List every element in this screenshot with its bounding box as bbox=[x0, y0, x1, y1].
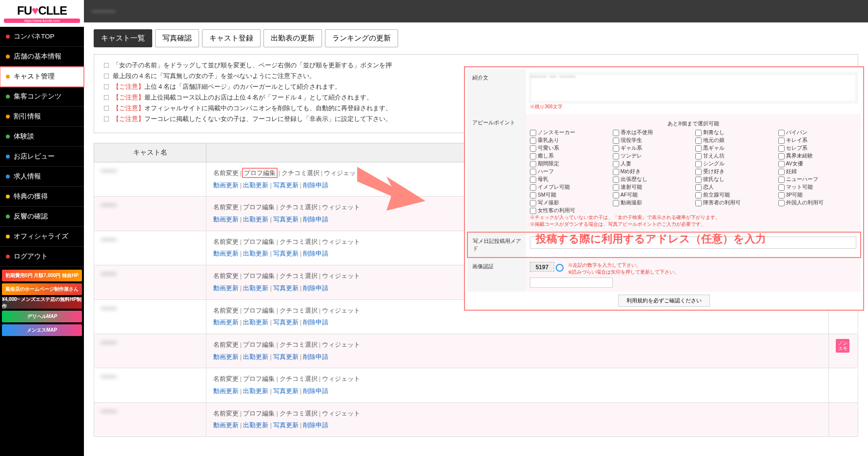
action-写真更新[interactable]: 写真更新 bbox=[273, 250, 299, 257]
sidebar-banner-0[interactable]: 初期費用0円 月額7,000円 独自HP bbox=[2, 270, 82, 281]
appeal-option[interactable]: マット可能 bbox=[778, 184, 857, 191]
sidebar-item-10[interactable]: オフィシャライズ bbox=[0, 227, 84, 246]
appeal-checkbox[interactable] bbox=[530, 138, 536, 144]
cast-name-blurred[interactable]: ━━━━ bbox=[101, 408, 117, 415]
appeal-option[interactable]: SM可能 bbox=[530, 192, 609, 198]
appeal-checkbox[interactable] bbox=[613, 200, 619, 206]
appeal-option[interactable]: ハーフ bbox=[530, 168, 609, 175]
appeal-checkbox[interactable] bbox=[613, 138, 619, 144]
appeal-checkbox[interactable] bbox=[695, 138, 702, 144]
tab-0[interactable]: キャスト一覧 bbox=[94, 29, 152, 47]
sidebar-item-9[interactable]: 反響の確認 bbox=[0, 207, 84, 226]
email-input[interactable] bbox=[530, 237, 856, 249]
appeal-option[interactable]: 写メ撮影 bbox=[530, 199, 609, 206]
appeal-checkbox[interactable] bbox=[695, 200, 702, 206]
tab-4[interactable]: ランキングの更新 bbox=[325, 29, 398, 47]
appeal-checkbox[interactable] bbox=[530, 169, 536, 175]
appeal-option[interactable]: 人妻 bbox=[613, 160, 692, 167]
appeal-option[interactable]: 出張歴なし bbox=[613, 176, 692, 183]
appeal-option[interactable]: ギャル系 bbox=[613, 145, 692, 152]
action-出勤更新[interactable]: 出勤更新 bbox=[243, 181, 268, 189]
appeal-option[interactable]: 垂乳あり bbox=[530, 137, 609, 144]
action-出勤更新[interactable]: 出勤更新 bbox=[243, 421, 268, 429]
appeal-option[interactable]: 異界未経験 bbox=[778, 153, 857, 159]
action-写真更新[interactable]: 写真更新 bbox=[273, 181, 299, 189]
appeal-checkbox[interactable] bbox=[613, 153, 619, 159]
action-名前変更[interactable]: 名前変更 bbox=[213, 169, 239, 177]
action-出勤更新[interactable]: 出勤更新 bbox=[243, 250, 268, 257]
sidebar-item-4[interactable]: 割引情報 bbox=[0, 107, 84, 126]
appeal-checkbox[interactable] bbox=[778, 192, 785, 198]
sidebar-item-11[interactable]: ログアウト bbox=[0, 247, 84, 266]
cast-name-blurred[interactable]: ━━━━ bbox=[101, 373, 117, 380]
action-プロフ編集[interactable]: プロフ編集 bbox=[243, 272, 275, 279]
appeal-option[interactable]: 期間限定 bbox=[530, 160, 609, 167]
sidebar-banner-3[interactable]: デリヘルMAP bbox=[2, 311, 82, 322]
action-動画更新[interactable]: 動画更新 bbox=[213, 250, 239, 257]
tab-3[interactable]: 出勤表の更新 bbox=[263, 29, 322, 47]
sidebar-item-3[interactable]: 集客コンテンツ bbox=[0, 87, 84, 106]
appeal-checkbox[interactable] bbox=[695, 184, 702, 191]
appeal-option[interactable]: イメプレ可能 bbox=[530, 184, 609, 191]
cast-name-blurred[interactable]: ━━━━ bbox=[101, 201, 117, 209]
appeal-option[interactable]: 恋人 bbox=[695, 184, 774, 191]
appeal-option[interactable]: AF可能 bbox=[613, 192, 692, 198]
cast-name-blurred[interactable]: ━━━━ bbox=[101, 167, 117, 175]
action-削除申請[interactable]: 削除申請 bbox=[303, 284, 328, 292]
appeal-checkbox[interactable] bbox=[613, 192, 619, 198]
action-プロフ編集[interactable]: プロフ編集 bbox=[243, 341, 275, 348]
sidebar-banner-4[interactable]: メンエスMAP bbox=[2, 324, 82, 336]
appeal-checkbox[interactable] bbox=[695, 130, 702, 136]
appeal-option[interactable]: 癒し系 bbox=[530, 153, 609, 159]
appeal-checkbox[interactable] bbox=[530, 192, 536, 198]
appeal-checkbox[interactable] bbox=[695, 145, 702, 152]
action-削除申請[interactable]: 削除申請 bbox=[303, 181, 328, 189]
appeal-checkbox[interactable] bbox=[778, 161, 785, 167]
action-削除申請[interactable]: 削除申請 bbox=[303, 318, 328, 326]
appeal-checkbox[interactable] bbox=[613, 184, 619, 191]
action-動画更新[interactable]: 動画更新 bbox=[213, 181, 239, 189]
appeal-checkbox[interactable] bbox=[613, 169, 619, 175]
intro-textarea[interactable]: ━━━━━ ━━ ━━━━━ bbox=[530, 73, 857, 102]
appeal-option[interactable]: 前立腺可能 bbox=[695, 192, 774, 198]
appeal-checkbox[interactable] bbox=[613, 145, 619, 152]
action-名前変更[interactable]: 名前変更 bbox=[213, 341, 239, 348]
action-写真更新[interactable]: 写真更新 bbox=[273, 216, 299, 223]
sidebar-item-7[interactable]: 求人情報 bbox=[0, 167, 84, 186]
sidebar-banner-2[interactable]: ¥4,000~ メンズエステ店の無料HP制作 bbox=[2, 297, 82, 309]
action-ウィジェット[interactable]: ウィジェット bbox=[322, 307, 360, 314]
captcha-input[interactable] bbox=[530, 278, 613, 288]
appeal-option[interactable]: 3P可能 bbox=[778, 192, 857, 198]
appeal-checkbox[interactable] bbox=[778, 153, 785, 159]
sidebar-item-5[interactable]: 体験談 bbox=[0, 127, 84, 146]
appeal-checkbox[interactable] bbox=[778, 184, 785, 191]
appeal-option[interactable]: 香水は不使用 bbox=[613, 129, 692, 136]
appeal-checkbox[interactable] bbox=[530, 184, 536, 191]
appeal-option[interactable]: Mめ好き bbox=[613, 168, 692, 175]
action-動画更新[interactable]: 動画更新 bbox=[213, 216, 239, 223]
appeal-option[interactable]: AV女優 bbox=[778, 160, 857, 167]
appeal-checkbox[interactable] bbox=[613, 161, 619, 167]
appeal-checkbox[interactable] bbox=[530, 161, 536, 167]
appeal-checkbox[interactable] bbox=[695, 169, 702, 175]
appeal-option[interactable]: 女性客の利用可 bbox=[530, 207, 609, 214]
appeal-checkbox[interactable] bbox=[778, 200, 785, 206]
action-削除申請[interactable]: 削除申請 bbox=[303, 250, 328, 257]
appeal-checkbox[interactable] bbox=[778, 169, 785, 175]
appeal-checkbox[interactable] bbox=[695, 192, 702, 198]
action-削除申請[interactable]: 削除申請 bbox=[303, 387, 328, 395]
appeal-option[interactable]: パイパン bbox=[778, 129, 857, 136]
appeal-option[interactable]: 妊婦 bbox=[778, 168, 857, 175]
appeal-checkbox[interactable] bbox=[530, 130, 536, 136]
action-名前変更[interactable]: 名前変更 bbox=[213, 307, 239, 314]
action-プロフ編集[interactable]: プロフ編集 bbox=[243, 169, 277, 177]
appeal-checkbox[interactable] bbox=[613, 177, 619, 183]
action-クチコミ選択[interactable]: クチコミ選択 bbox=[282, 169, 320, 177]
appeal-checkbox[interactable] bbox=[530, 153, 536, 159]
action-プロフ編集[interactable]: プロフ編集 bbox=[243, 203, 275, 211]
appeal-option[interactable]: 連射可能 bbox=[613, 184, 692, 191]
action-クチコミ選択[interactable]: クチコミ選択 bbox=[280, 272, 318, 279]
sidebar-item-6[interactable]: お店レビュー bbox=[0, 147, 84, 166]
appeal-checkbox[interactable] bbox=[778, 145, 785, 152]
terms-button[interactable]: 利用規約を必ずご確認ください bbox=[618, 295, 710, 307]
